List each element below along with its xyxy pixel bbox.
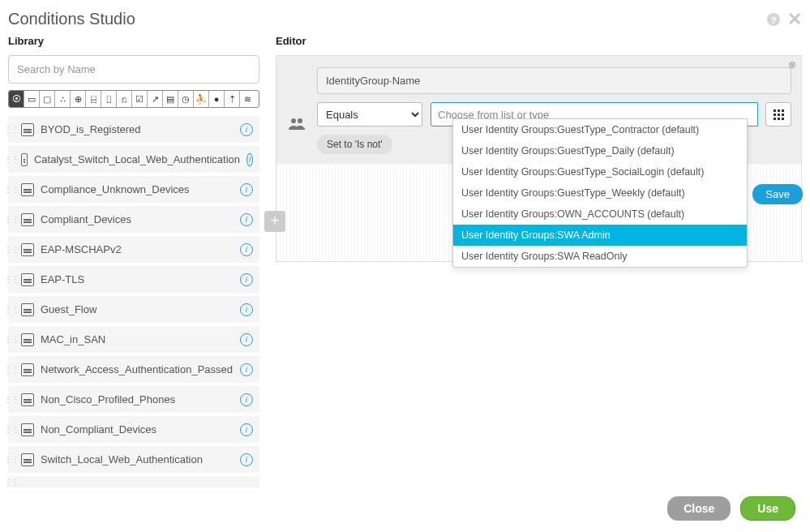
library-item[interactable]: MAC_in_SAN bbox=[8, 326, 259, 353]
info-icon[interactable] bbox=[240, 363, 253, 376]
library-item[interactable]: BYOD_is_Registered bbox=[8, 116, 259, 143]
library-item-label: Guest_Flow bbox=[41, 303, 234, 315]
tb-flow-icon[interactable]: ⎌ bbox=[117, 91, 132, 107]
use-button[interactable]: Use bbox=[740, 496, 795, 521]
save-button[interactable]: Save bbox=[752, 184, 803, 204]
svg-text:?: ? bbox=[770, 14, 776, 24]
library-item-label: Compliance_Unknown_Devices bbox=[41, 183, 234, 195]
drag-handle-icon[interactable] bbox=[8, 326, 15, 353]
dropdown-option[interactable]: User Identity Groups:GuestType_Weekly (d… bbox=[453, 182, 747, 204]
info-icon[interactable] bbox=[240, 453, 253, 466]
identity-group-icon bbox=[286, 92, 307, 154]
info-icon[interactable] bbox=[240, 423, 253, 436]
help-icon[interactable]: ? bbox=[766, 12, 781, 27]
library-item[interactable]: EAP-TLS bbox=[8, 266, 259, 293]
page-title: Conditions Studio bbox=[8, 10, 135, 28]
library-item-label: BYOD_is_Registered bbox=[41, 123, 234, 135]
library-item-label: EAP-TLS bbox=[41, 273, 234, 285]
dropdown-option[interactable]: User Identity Groups:OWN_ACCOUNTS (defau… bbox=[453, 204, 747, 225]
library-item[interactable]: Non_Compliant_Devices bbox=[8, 416, 259, 443]
library-item[interactable]: Network_Access_Authentication_Passed bbox=[8, 356, 259, 383]
grid-picker-icon[interactable] bbox=[765, 102, 791, 127]
library-item[interactable]: Compliant_Devices bbox=[8, 206, 259, 233]
dropdown-option[interactable]: User Identity Groups:GuestType_Daily (de… bbox=[453, 140, 747, 161]
svg-rect-7 bbox=[774, 114, 776, 116]
dropdown-option[interactable]: User Identity Groups:GuestType_SocialLog… bbox=[453, 161, 747, 182]
tb-device-icon[interactable]: ▢ bbox=[40, 91, 55, 107]
drag-handle-icon[interactable] bbox=[8, 416, 15, 443]
condition-icon bbox=[21, 243, 34, 256]
svg-point-3 bbox=[298, 118, 302, 123]
close-button[interactable]: Close bbox=[667, 496, 731, 521]
close-icon[interactable]: ✕ bbox=[787, 12, 802, 27]
drag-handle-icon[interactable] bbox=[8, 266, 15, 293]
library-item[interactable]: Switch_Local_Web_Authentication bbox=[8, 446, 259, 473]
tb-user-icon[interactable]: ⛹ bbox=[194, 91, 209, 107]
info-icon[interactable] bbox=[246, 153, 253, 166]
condition-icon bbox=[21, 333, 34, 346]
drag-handle-icon[interactable] bbox=[8, 296, 15, 323]
info-icon[interactable] bbox=[240, 213, 253, 226]
svg-rect-12 bbox=[782, 118, 784, 120]
search-input[interactable] bbox=[8, 55, 259, 84]
condition-close-icon[interactable]: ⊗ bbox=[788, 59, 796, 71]
drag-handle-icon[interactable] bbox=[8, 206, 15, 233]
dropdown-option[interactable]: User Identity Groups:SWA ReadOnly bbox=[453, 246, 747, 267]
dropdown-option[interactable]: User Identity Groups:SWA Admin bbox=[453, 225, 747, 246]
operator-select[interactable]: Equals bbox=[317, 102, 422, 127]
info-icon[interactable] bbox=[240, 273, 253, 286]
attribute-field[interactable]: IdentityGroup·Name bbox=[317, 67, 791, 94]
tb-wifi-icon[interactable]: ⇡ bbox=[225, 91, 240, 107]
drag-handle-icon[interactable] bbox=[8, 236, 15, 263]
condition-icon bbox=[21, 213, 34, 226]
tb-check2-icon[interactable]: ● bbox=[209, 91, 225, 107]
info-icon[interactable] bbox=[240, 333, 253, 346]
drag-handle-icon[interactable] bbox=[8, 386, 15, 413]
library-item-label: Network_Access_Authentication_Passed bbox=[41, 363, 234, 375]
library-item[interactable]: Guest_Flow bbox=[8, 296, 259, 323]
library-item[interactable]: EAP-MSCHAPv2 bbox=[8, 236, 259, 263]
info-icon[interactable] bbox=[240, 393, 253, 406]
svg-rect-10 bbox=[774, 118, 776, 120]
info-icon[interactable] bbox=[240, 243, 253, 256]
tb-display-icon[interactable]: ⌷ bbox=[101, 91, 117, 107]
drag-handle-icon bbox=[8, 476, 15, 487]
info-icon[interactable] bbox=[240, 123, 253, 136]
tb-group-icon[interactable]: ⛬ bbox=[55, 91, 71, 107]
tb-check-icon[interactable]: ☑ bbox=[132, 91, 148, 107]
tb-clock-icon[interactable]: ◷ bbox=[178, 91, 194, 107]
library-title: Library bbox=[8, 35, 259, 47]
library-item-label: Catalyst_Switch_Local_Web_Authentication bbox=[34, 153, 240, 165]
condition-icon bbox=[21, 303, 34, 316]
info-icon[interactable] bbox=[240, 303, 253, 316]
condition-icon bbox=[21, 183, 34, 196]
condition-icon bbox=[21, 363, 34, 376]
svg-rect-6 bbox=[782, 109, 784, 112]
set-isnot-button[interactable]: Set to 'Is not' bbox=[317, 135, 392, 154]
tb-signal-icon[interactable]: ≋ bbox=[240, 91, 255, 107]
dropdown-option[interactable]: User Identity Groups:GuestType_Contracto… bbox=[453, 119, 747, 140]
info-icon[interactable] bbox=[240, 183, 253, 196]
library-item-label: MAC_in_SAN bbox=[41, 333, 234, 345]
library-item-label: Switch_Local_Web_Authentication bbox=[41, 453, 234, 466]
condition-icon bbox=[21, 123, 34, 136]
tb-monitor-icon[interactable]: ⌸ bbox=[86, 91, 101, 107]
svg-rect-11 bbox=[778, 118, 780, 120]
tb-location-icon[interactable]: ⦿ bbox=[9, 91, 24, 107]
drag-handle-icon[interactable] bbox=[8, 446, 15, 473]
tb-card-icon[interactable]: ▭ bbox=[24, 91, 40, 107]
library-item[interactable]: Non_Cisco_Profiled_Phones bbox=[8, 386, 259, 413]
drag-handle-icon[interactable] bbox=[8, 356, 15, 383]
library-item-more bbox=[8, 476, 259, 487]
tb-server-icon[interactable]: ▤ bbox=[163, 91, 178, 107]
tb-globe-icon[interactable]: ⊕ bbox=[71, 91, 86, 107]
drag-handle-icon[interactable] bbox=[8, 176, 15, 203]
tb-launch-icon[interactable]: ↗ bbox=[148, 91, 163, 107]
drag-handle-icon[interactable] bbox=[8, 146, 15, 173]
drag-handle-icon[interactable] bbox=[8, 116, 15, 143]
condition-icon bbox=[21, 393, 34, 406]
svg-rect-8 bbox=[778, 114, 780, 116]
add-condition-icon[interactable]: + bbox=[264, 211, 285, 232]
library-item[interactable]: Compliance_Unknown_Devices bbox=[8, 176, 259, 203]
library-item[interactable]: Catalyst_Switch_Local_Web_Authentication bbox=[8, 146, 259, 173]
